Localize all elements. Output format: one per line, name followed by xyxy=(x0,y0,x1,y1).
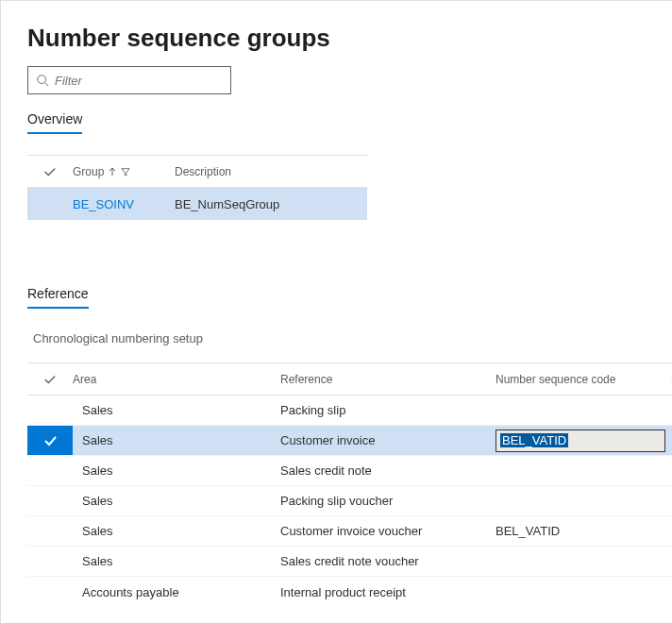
cell-area: Sales xyxy=(73,524,280,538)
column-header-group-label: Group xyxy=(73,165,104,178)
search-icon xyxy=(36,74,49,87)
table-row[interactable]: Sales Customer invoice BEL_VATID xyxy=(27,426,672,456)
filter-box[interactable] xyxy=(27,66,231,94)
tab-overview[interactable]: Overview xyxy=(27,111,82,134)
svg-point-0 xyxy=(38,76,46,84)
column-header-area[interactable]: Area xyxy=(73,373,280,386)
cell-area: Sales xyxy=(73,494,280,508)
column-header-group[interactable]: Group xyxy=(73,165,175,178)
cell-area: Sales xyxy=(73,433,280,447)
tab-reference[interactable]: Reference xyxy=(27,286,89,309)
column-header-description[interactable]: Description xyxy=(175,165,367,178)
column-header-code[interactable]: Number sequence code xyxy=(496,373,671,386)
code-input-value: BEL_VATID xyxy=(500,433,568,447)
cell-reference: Sales credit note voucher xyxy=(280,554,496,568)
number-sequence-code-input[interactable]: BEL_VATID xyxy=(496,429,665,452)
cell-reference: Internal product receipt xyxy=(280,585,496,599)
overview-grid: Group Description BE_SOINV BE_NumSeqGrou… xyxy=(27,155,367,220)
table-row[interactable]: Sales Sales credit note voucher xyxy=(27,547,672,577)
cell-area: Sales xyxy=(73,463,280,478)
cell-area: Sales xyxy=(73,403,280,417)
cell-area: Sales xyxy=(73,554,280,568)
cell-area: Accounts payable xyxy=(73,585,280,599)
row-checkbox[interactable] xyxy=(27,426,73,455)
table-row[interactable]: Accounts payable Internal product receip… xyxy=(27,577,672,607)
table-row[interactable]: Sales Packing slip xyxy=(27,396,672,426)
cell-reference: Packing slip voucher xyxy=(280,494,496,508)
cell-reference: Sales credit note xyxy=(280,463,496,478)
cell-group[interactable]: BE_SOINV xyxy=(73,197,175,211)
svg-line-1 xyxy=(45,83,49,87)
select-all-checkbox[interactable] xyxy=(27,373,73,386)
cell-description: BE_NumSeqGroup xyxy=(175,197,367,211)
reference-subheading: Chronological numbering setup xyxy=(33,331,672,345)
reference-grid-header: Area Reference Number sequence code Sale… xyxy=(27,363,672,396)
sort-asc-icon xyxy=(108,167,117,177)
cell-reference: Customer invoice voucher xyxy=(280,524,496,538)
reference-grid: Area Reference Number sequence code Sale… xyxy=(27,362,672,607)
page-title: Number sequence groups xyxy=(27,24,672,53)
column-header-reference[interactable]: Reference xyxy=(280,373,496,386)
cell-reference: Packing slip xyxy=(280,403,496,417)
overview-grid-header: Group Description xyxy=(27,156,367,188)
filter-icon xyxy=(121,167,130,177)
cell-code[interactable]: BEL_VATID xyxy=(496,524,671,538)
table-row[interactable]: BE_SOINV BE_NumSeqGroup xyxy=(27,188,367,220)
svg-marker-3 xyxy=(122,168,129,176)
table-row[interactable]: Sales Packing slip voucher xyxy=(27,486,672,516)
check-icon xyxy=(42,433,58,448)
filter-input[interactable] xyxy=(55,74,223,88)
cell-reference: Customer invoice xyxy=(280,433,496,447)
table-row[interactable]: Sales Sales credit note xyxy=(27,456,672,486)
select-all-checkbox[interactable] xyxy=(27,165,73,178)
table-row[interactable]: Sales Customer invoice voucher BEL_VATID xyxy=(27,516,672,547)
